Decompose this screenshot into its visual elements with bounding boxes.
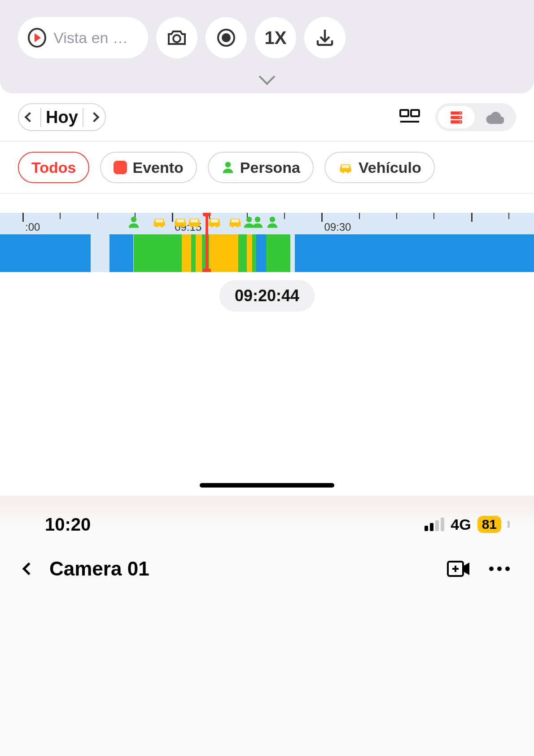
timeline-segment <box>256 234 266 272</box>
secondary-screen: 10:20 4G 81 Camera 01 <box>0 496 534 756</box>
svg-rect-13 <box>342 165 350 168</box>
snapshot-button[interactable] <box>156 17 197 58</box>
live-view-label: Vista en dir... <box>53 29 135 47</box>
home-indicator <box>200 483 334 488</box>
timeline-playhead[interactable] <box>206 213 208 272</box>
battery-cap-icon <box>508 521 510 528</box>
status-time: 10:20 <box>45 514 91 535</box>
svg-point-10 <box>460 117 461 118</box>
svg-point-2 <box>223 34 230 41</box>
svg-rect-15 <box>155 219 163 222</box>
vehicle-icon <box>228 215 243 231</box>
signal-icon <box>425 518 444 531</box>
download-icon <box>314 27 336 48</box>
timeline-segment <box>191 234 196 272</box>
svg-point-9 <box>460 112 461 114</box>
person-icon <box>251 215 266 231</box>
person-icon <box>221 161 235 174</box>
camera-icon <box>166 27 188 48</box>
expand-toolbar-button[interactable] <box>18 71 516 84</box>
chip-label: Todos <box>31 159 76 176</box>
timeline-segment <box>91 234 109 272</box>
chevron-right-icon[interactable] <box>89 112 99 123</box>
timeline-segment <box>209 234 238 272</box>
filter-chip-vehicle[interactable]: Vehículo <box>324 152 435 183</box>
svg-rect-16 <box>177 219 184 222</box>
svg-rect-18 <box>211 219 219 222</box>
timeline-segment <box>134 234 182 272</box>
timeline-segment <box>196 234 202 272</box>
camera-header: Camera 01 <box>0 538 534 580</box>
chip-label: Persona <box>240 159 300 176</box>
svg-point-12 <box>225 162 231 168</box>
svg-rect-19 <box>231 219 239 222</box>
timeline-wrap: :0009:1509:30 09:20:44 <box>0 213 534 312</box>
back-button[interactable] <box>22 563 35 575</box>
status-bar: 10:20 4G 81 <box>0 511 534 538</box>
vehicle-icon <box>152 215 167 231</box>
play-icon <box>28 28 46 48</box>
network-label: 4G <box>451 516 471 533</box>
more-button[interactable] <box>489 567 510 571</box>
filter-chip-person[interactable]: Persona <box>208 152 314 183</box>
vehicle-icon <box>338 161 353 174</box>
filter-chips: Todos Evento Persona Vehículo <box>0 142 534 193</box>
status-right: 4G 81 <box>425 516 510 533</box>
current-time-bubble: 09:20:44 <box>219 280 315 312</box>
divider <box>0 193 534 194</box>
speed-label: 1X <box>265 28 287 48</box>
svg-rect-3 <box>400 110 408 116</box>
storage-toggle[interactable] <box>435 103 516 131</box>
filter-chip-event[interactable]: Evento <box>100 152 197 183</box>
timeline-segment <box>182 234 191 272</box>
svg-point-21 <box>255 217 261 223</box>
svg-point-0 <box>173 35 180 42</box>
speed-button[interactable]: 1X <box>255 17 296 58</box>
chip-label: Evento <box>132 159 183 176</box>
layout-button[interactable] <box>399 108 421 126</box>
server-icon <box>449 110 464 125</box>
filter-chip-all[interactable]: Todos <box>18 152 89 183</box>
record-button[interactable] <box>206 17 247 58</box>
storage-cloud-button[interactable] <box>477 106 513 128</box>
add-camera-icon[interactable] <box>447 560 471 578</box>
vehicle-icon <box>207 215 222 231</box>
timeline-segment <box>0 234 91 272</box>
timeline-segment <box>238 234 247 272</box>
camera-title: Camera 01 <box>49 558 149 580</box>
person-icon <box>127 215 142 231</box>
camera-header-left: Camera 01 <box>24 558 149 580</box>
svg-point-22 <box>270 217 276 223</box>
live-view-button[interactable]: Vista en dir... <box>18 17 148 58</box>
event-icon <box>114 161 127 174</box>
date-storage-row: Hoy <box>0 93 534 141</box>
layout-icon <box>399 108 421 126</box>
timeline-segment <box>266 234 291 272</box>
chevron-down-icon <box>259 69 276 85</box>
toolbar-row: Vista en dir... 1X <box>18 17 516 58</box>
storage-local-button[interactable] <box>438 106 475 128</box>
svg-point-11 <box>460 121 461 123</box>
vehicle-icon <box>187 215 202 231</box>
download-button[interactable] <box>304 17 346 58</box>
cloud-icon <box>486 110 504 124</box>
chip-label: Vehículo <box>359 159 421 176</box>
date-label[interactable]: Hoy <box>40 108 83 127</box>
date-navigator[interactable]: Hoy <box>18 103 106 131</box>
timeline-segment <box>247 234 252 272</box>
chevron-left-icon[interactable] <box>25 112 35 123</box>
view-controls <box>399 103 516 131</box>
svg-rect-4 <box>411 110 419 116</box>
record-icon <box>215 27 237 48</box>
svg-rect-17 <box>191 219 198 222</box>
timeline[interactable]: :0009:1509:30 <box>0 213 534 272</box>
svg-point-14 <box>131 217 137 223</box>
timeline-event-icons <box>0 215 534 233</box>
playback-toolbar: Vista en dir... 1X <box>0 0 534 93</box>
timeline-segment <box>109 234 134 272</box>
timeline-segment <box>295 234 534 272</box>
vehicle-icon <box>173 215 188 231</box>
person-icon <box>266 215 281 231</box>
camera-header-right <box>447 560 510 578</box>
battery-indicator: 81 <box>477 516 501 533</box>
